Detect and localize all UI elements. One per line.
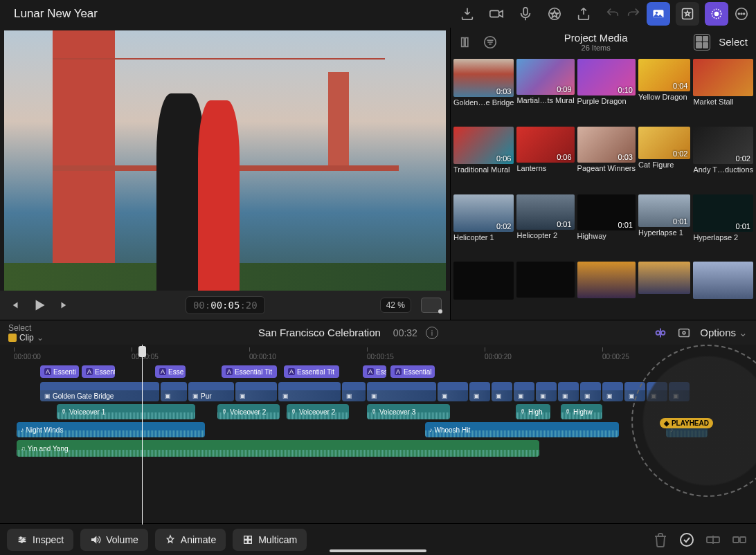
media-item[interactable]: 0:06Lanterns [516, 127, 574, 192]
timeline-clip[interactable]: AEsse [155, 365, 186, 378]
sidebar-toggle-icon[interactable] [459, 35, 474, 50]
timeline-clip[interactable]: ▣ [342, 382, 366, 401]
import-icon[interactable] [460, 6, 475, 21]
trash-icon[interactable] [651, 530, 670, 549]
timeline-clip[interactable]: ▣ [602, 382, 623, 401]
timeline-clip[interactable]: ♪Whoosh Hit [425, 422, 619, 437]
svg-rect-0 [490, 10, 499, 17]
timeline-clip[interactable]: ▣ [278, 382, 341, 401]
viewer-canvas[interactable] [4, 30, 446, 291]
select-media-button[interactable]: Select [719, 36, 748, 48]
timeline-clip[interactable]: 🎙High [516, 404, 550, 419]
redo-icon[interactable] [626, 6, 641, 21]
media-item[interactable]: 0:01Hyperlapse 2 [693, 194, 753, 260]
more-icon[interactable] [734, 6, 749, 21]
timeline-clip[interactable]: 🎙Voiceover 1 [57, 404, 195, 419]
svg-point-18 [656, 331, 660, 335]
mic-icon[interactable] [518, 6, 533, 21]
playhead[interactable] [142, 345, 143, 525]
media-item[interactable]: 0:06Traditional Mural [453, 127, 514, 192]
grid-view-toggle[interactable] [694, 34, 710, 51]
svg-point-7 [715, 12, 719, 16]
media-item[interactable]: 0:01Highway [577, 194, 636, 260]
media-item[interactable]: 0:02Helicopter 1 [453, 194, 514, 260]
media-item[interactable]: 0:10Purple Dragon [577, 59, 636, 124]
timeline-clip[interactable]: ▣ [438, 382, 468, 401]
titles-track[interactable]: AEssentiAEssentiAEsseAEssential TitAEsse… [0, 364, 756, 379]
timeline-clip[interactable]: ▣ [514, 382, 534, 401]
trim-icon[interactable] [730, 530, 749, 549]
timeline-info-button[interactable]: i [426, 327, 438, 339]
timeline-clip[interactable]: ▣ [235, 382, 277, 401]
timeline-duration: 00:32 [393, 327, 417, 338]
effects-icon[interactable] [547, 6, 562, 21]
timeline-tool-icon[interactable] [676, 325, 692, 340]
media-item[interactable]: 0:02Cat Figure [638, 127, 690, 192]
timeline-clip[interactable]: ▣ [536, 382, 557, 401]
timeline-clip[interactable]: AEssential Tit [284, 365, 339, 378]
blade-icon[interactable] [703, 530, 723, 549]
next-frame-button[interactable] [58, 299, 71, 311]
multicam-button[interactable]: Multicam [233, 529, 307, 551]
timeline-clip[interactable]: ▣ [161, 382, 187, 401]
index-icon[interactable] [653, 325, 668, 340]
media-item[interactable] [516, 262, 574, 317]
timeline-clip[interactable]: ♪Night Winds [17, 422, 205, 437]
media-item[interactable] [577, 262, 636, 317]
enable-icon[interactable] [677, 530, 696, 549]
timeline-clip[interactable]: ▣ [492, 382, 512, 401]
zoom-level[interactable]: 42 % [380, 298, 411, 313]
share-icon[interactable] [576, 6, 591, 21]
timeline-clip[interactable]: ▣Pur [188, 382, 234, 401]
media-item[interactable]: 0:04Yellow Dragon [638, 59, 690, 124]
media-item[interactable]: 0:01Helicopter 2 [516, 194, 574, 260]
clip-selector[interactable]: Select Clip ⌄ [8, 323, 44, 343]
browser-toggle[interactable] [647, 2, 670, 26]
svg-rect-32 [249, 540, 252, 543]
timeline-clip[interactable]: 🎙Highw [561, 404, 602, 419]
timeline-clip[interactable]: ♫Yin and Yang [17, 440, 539, 457]
svg-point-28 [21, 540, 23, 543]
timeline-clip[interactable]: AEss [363, 365, 386, 378]
display-options-button[interactable] [421, 298, 442, 313]
media-item[interactable] [693, 262, 753, 317]
prev-frame-button[interactable] [8, 299, 21, 311]
media-item[interactable]: Market Stall [693, 59, 753, 124]
timeline-clip[interactable]: AEssential Tit [222, 365, 277, 378]
timeline-clip[interactable]: AEssenti [82, 365, 115, 378]
timeline-clip[interactable]: ▣ [580, 382, 601, 401]
timeline-clip[interactable]: 🎙Voiceover 3 [367, 404, 450, 419]
timeline-clip[interactable]: AEssenti [40, 365, 79, 378]
svg-rect-1 [523, 8, 528, 15]
media-item[interactable]: 0:09Martial…ts Mural [516, 59, 574, 124]
media-item[interactable]: 0:01Hyperlapse 1 [638, 194, 690, 260]
timeline-clip[interactable]: AEssential [390, 365, 435, 378]
timeline-clip[interactable]: ▣ [558, 382, 579, 401]
svg-point-19 [661, 331, 665, 335]
svg-point-11 [744, 13, 745, 15]
media-item[interactable]: 0:03Pageant Winners [577, 127, 636, 192]
media-item[interactable]: 0:03Golden…e Bridge [453, 59, 514, 124]
animate-button[interactable]: Animate [155, 529, 226, 551]
timeline-clip[interactable]: ▣ [469, 382, 490, 401]
svg-rect-31 [244, 540, 248, 543]
svg-point-9 [738, 13, 739, 15]
timeline-clip[interactable]: 🎙Voiceover 2 [287, 404, 349, 419]
favorites-toggle[interactable] [676, 2, 699, 26]
timeline-ruler[interactable]: 00:00:0000:00:0500:00:1000:00:1500:00:20… [0, 345, 756, 361]
inspector-toggle[interactable] [705, 2, 728, 26]
play-button[interactable] [30, 296, 48, 314]
media-item[interactable] [638, 262, 690, 317]
media-item[interactable] [453, 262, 514, 317]
undo-icon[interactable] [605, 6, 620, 21]
filter-icon[interactable] [483, 35, 498, 50]
camera-icon[interactable] [489, 6, 504, 21]
timecode-display[interactable]: 00:00:05:20 [186, 296, 265, 314]
timeline-clip[interactable]: 🎙Voiceover 2 [217, 404, 280, 419]
inspect-button[interactable]: Inspect [7, 529, 73, 551]
svg-point-26 [20, 537, 22, 539]
media-item[interactable]: 0:02Andy T…ductions [693, 127, 753, 192]
volume-button[interactable]: Volume [80, 529, 148, 551]
timeline-options-button[interactable]: Options ⌄ [700, 327, 748, 339]
timeline-clip[interactable]: ▣ [367, 382, 436, 401]
